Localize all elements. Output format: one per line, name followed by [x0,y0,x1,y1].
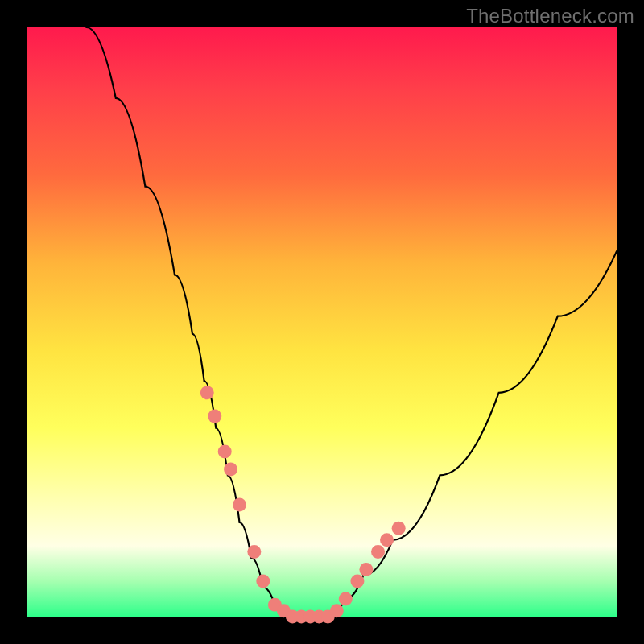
marker-dot [256,575,270,588]
marker-dot [233,497,246,511]
plot-area [27,27,617,617]
watermark-label: TheBottleneck.com [466,5,634,27]
marker-dot [208,410,221,423]
chart-frame: TheBottleneck.com [0,0,644,644]
marker-dot [224,463,237,477]
marker-dots [200,386,406,623]
marker-dot [200,386,214,399]
marker-dot [350,575,364,588]
bottleneck-curve [86,27,617,617]
marker-dot [359,563,373,576]
marker-dot [247,545,261,559]
marker-dot [339,592,353,606]
marker-dot [380,533,394,547]
marker-dot [218,445,232,459]
marker-dot [330,604,344,617]
marker-dot [392,522,406,535]
marker-dot [371,545,385,559]
curve-layer [27,27,617,617]
